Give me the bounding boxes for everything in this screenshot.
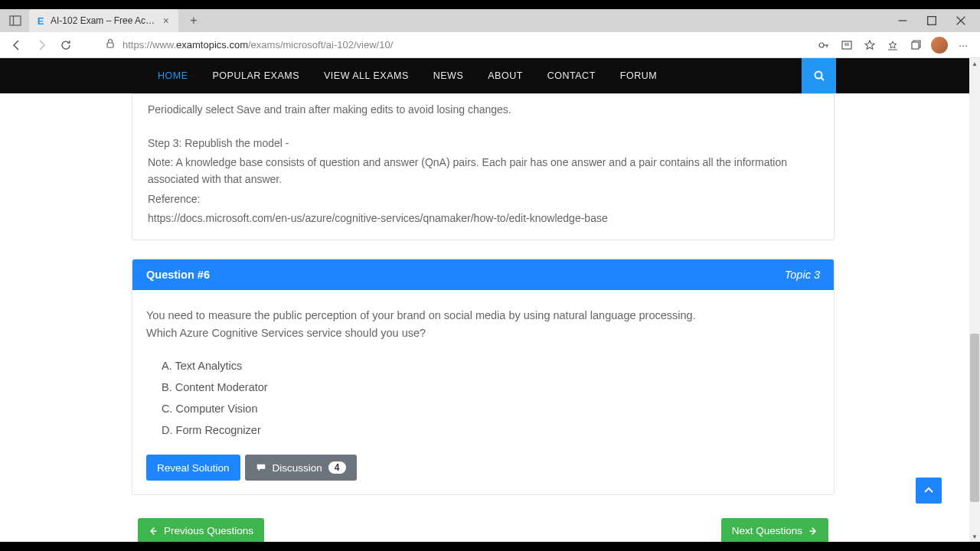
tab-panel-icon[interactable] <box>5 10 26 31</box>
explanation-box: Periodically select Save and train after… <box>132 93 835 240</box>
svg-rect-0 <box>10 16 21 25</box>
option-a: A. Text Analytics <box>162 355 820 377</box>
scrollbar[interactable]: ▲ ▼ <box>969 58 980 542</box>
nav-forum[interactable]: FORUM <box>608 58 669 93</box>
svg-rect-14 <box>912 42 919 49</box>
url-input[interactable]: https://www.examtopics.com/exams/microso… <box>98 34 813 56</box>
reveal-solution-button[interactable]: Reveal Solution <box>146 455 240 481</box>
explanation-step-heading: Step 3: Republish the model - <box>148 135 818 152</box>
back-button[interactable] <box>6 34 28 56</box>
discussion-count-badge: 4 <box>328 461 346 474</box>
nav-popular-exams[interactable]: POPULAR EXAMS <box>201 58 312 93</box>
svg-point-7 <box>819 43 824 47</box>
profile-avatar[interactable] <box>931 37 948 54</box>
search-icon <box>813 70 825 82</box>
explanation-line: Periodically select Save and train after… <box>148 102 818 119</box>
svg-point-15 <box>815 72 822 79</box>
nav-news[interactable]: NEWS <box>421 58 476 93</box>
svg-rect-6 <box>107 43 113 47</box>
site-nav: HOME POPULAR EXAMS VIEW ALL EXAMS NEWS A… <box>0 58 980 93</box>
browser-tab[interactable]: E AI-102 Exam – Free Actual Q&A… × <box>29 9 178 32</box>
minimize-icon[interactable] <box>888 9 917 32</box>
option-d: D. Form Recognizer <box>162 419 820 441</box>
reference-url: https://docs.microsoft.com/en-us/azure/c… <box>148 210 818 227</box>
arrow-right-icon <box>808 527 818 536</box>
key-icon[interactable] <box>816 37 831 53</box>
question-header: Question #6 Topic 3 <box>132 259 834 290</box>
question-number: Question #6 <box>146 269 210 281</box>
browser-chrome: E AI-102 Exam – Free Actual Q&A… × + htt… <box>0 9 980 58</box>
page-viewport: HOME POPULAR EXAMS VIEW ALL EXAMS NEWS A… <box>0 58 980 542</box>
nav-about[interactable]: ABOUT <box>475 58 535 93</box>
discussion-button[interactable]: Discussion 4 <box>245 455 357 481</box>
reload-button[interactable] <box>55 34 77 56</box>
reference-label: Reference: <box>148 191 818 208</box>
scroll-to-top-button[interactable] <box>916 478 942 504</box>
address-bar: https://www.examtopics.com/exams/microso… <box>0 32 980 58</box>
svg-rect-3 <box>928 17 936 25</box>
search-button[interactable] <box>802 58 836 93</box>
question-text: You need to measure the public perceptio… <box>146 307 820 341</box>
more-menu-icon[interactable]: ··· <box>956 37 971 53</box>
nav-view-all-exams[interactable]: VIEW ALL EXAMS <box>312 58 421 93</box>
close-window-icon[interactable] <box>946 9 975 32</box>
tab-title: AI-102 Exam – Free Actual Q&A… <box>51 15 155 26</box>
letterbox-top <box>0 0 980 9</box>
maximize-icon[interactable] <box>917 9 946 32</box>
scrollbar-thumb[interactable] <box>970 334 979 502</box>
previous-questions-button[interactable]: Previous Questions <box>138 518 264 542</box>
next-questions-button[interactable]: Next Questions <box>721 518 828 542</box>
letterbox-bottom <box>0 542 980 551</box>
nav-contact[interactable]: CONTACT <box>535 58 608 93</box>
tab-bar: E AI-102 Exam – Free Actual Q&A… × + <box>0 9 980 32</box>
reader-icon[interactable] <box>839 37 854 53</box>
url-text: https://www.examtopics.com/exams/microso… <box>122 39 393 51</box>
answer-options: A. Text Analytics B. Content Moderator C… <box>146 341 820 450</box>
option-b: B. Content Moderator <box>162 377 820 398</box>
question-card: Question #6 Topic 3 You need to measure … <box>132 259 835 495</box>
favorite-star-icon[interactable] <box>862 37 877 53</box>
option-c: C. Computer Vision <box>162 398 820 419</box>
question-topic: Topic 3 <box>785 269 820 281</box>
lock-icon <box>104 37 116 52</box>
pagination: Previous Questions Next Questions <box>132 518 835 542</box>
favicon-icon: E <box>35 15 46 26</box>
explanation-note: Note: A knowledge base consists of quest… <box>148 155 818 187</box>
scroll-up-icon[interactable]: ▲ <box>969 58 980 69</box>
arrow-left-icon <box>149 527 158 536</box>
new-tab-button[interactable]: + <box>183 10 204 31</box>
nav-home[interactable]: HOME <box>145 58 201 93</box>
collections-icon[interactable] <box>908 37 923 53</box>
close-tab-icon[interactable]: × <box>160 15 172 27</box>
chevron-up-icon <box>923 484 935 497</box>
page-content: Periodically select Save and train after… <box>0 93 980 542</box>
scroll-down-icon[interactable]: ▼ <box>969 531 980 542</box>
favorites-bar-icon[interactable] <box>885 37 900 53</box>
forward-button[interactable] <box>31 34 52 56</box>
comment-icon <box>256 462 266 473</box>
svg-line-16 <box>821 78 824 81</box>
